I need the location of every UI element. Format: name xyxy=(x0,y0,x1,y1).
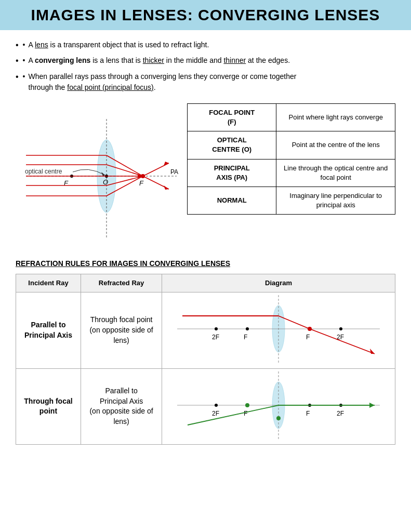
info-def-normal: Imaginary line perpendicular to principa… xyxy=(276,187,395,214)
svg-point-59 xyxy=(276,416,281,420)
page-title: IMAGES IN LENSES: CONVERGING LENSES xyxy=(10,6,401,24)
info-term-focal: FOCAL POINT(F) xyxy=(188,103,276,131)
svg-point-31 xyxy=(215,327,218,330)
svg-point-43 xyxy=(308,327,312,331)
svg-text:F: F xyxy=(306,334,310,341)
svg-text:F: F xyxy=(244,410,247,417)
svg-text:O: O xyxy=(103,178,108,186)
bullet-marker: • xyxy=(23,39,25,50)
svg-text:F: F xyxy=(244,334,247,341)
bullet-item-2: • A converging lens is a lens that is th… xyxy=(16,55,395,66)
bullet-marker: • xyxy=(23,55,25,66)
info-term-normal: NORMAL xyxy=(188,187,276,214)
incident-2: Through focal point xyxy=(16,368,81,445)
diagram-1: 2F F F 2F xyxy=(162,292,395,368)
svg-point-27 xyxy=(141,174,145,178)
header-banner: IMAGES IN LENSES: CONVERGING LENSES xyxy=(0,0,411,30)
info-table: FOCAL POINT(F) Point where light rays co… xyxy=(187,103,395,215)
svg-marker-15 xyxy=(164,185,169,190)
svg-text:F: F xyxy=(139,179,144,187)
diagram-2: 2F F F 2F xyxy=(162,368,395,445)
svg-line-55 xyxy=(188,405,279,425)
col-incident: Incident Ray xyxy=(16,274,81,292)
col-refracted: Refracted Ray xyxy=(81,274,162,292)
svg-point-34 xyxy=(339,327,342,330)
diagram-svg-1: 2F F F 2F xyxy=(167,292,390,365)
svg-point-47 xyxy=(215,404,218,407)
svg-text:PA: PA xyxy=(170,168,178,176)
refraction-header-row: Incident Ray Refracted Ray Diagram xyxy=(16,274,395,292)
svg-text:2F: 2F xyxy=(212,334,219,341)
refraction-section: REFRACTION RULES FOR IMAGES IN CONVERGIN… xyxy=(16,259,395,445)
svg-point-32 xyxy=(246,327,249,330)
bullet-item-1: • A lens is a transparent object that is… xyxy=(16,39,395,51)
svg-marker-58 xyxy=(369,403,375,408)
info-def-focal: Point where light rays converge xyxy=(276,103,395,131)
info-row-optical: OPTICALCENTRE (O) Point at the centre of… xyxy=(188,131,395,159)
refracted-1: Through focal point(on opposite side ofl… xyxy=(81,292,162,368)
bullet-list: • A lens is a transparent object that is… xyxy=(16,39,395,93)
refraction-row-2: Through focal point Parallel toPrincipal… xyxy=(16,368,395,445)
refracted-2: Parallel toPrincipal Axis(on opposite si… xyxy=(81,368,162,445)
lens-diagram: optical centre O F F PA xyxy=(16,103,182,249)
refraction-table: Incident Ray Refracted Ray Diagram Paral… xyxy=(16,274,395,445)
bullet-marker: • xyxy=(23,71,25,82)
info-def-optical: Point at the centre of the lens xyxy=(276,131,395,159)
svg-point-56 xyxy=(245,403,249,407)
svg-marker-42 xyxy=(370,349,375,354)
incident-1: Parallel toPrincipal Axis xyxy=(16,292,81,368)
svg-text:2F: 2F xyxy=(337,410,344,417)
diagram-container: optical centre O F F PA xyxy=(16,103,182,249)
info-term-principal: PRINCIPALAXIS (PA) xyxy=(188,159,276,187)
diagram-svg-2: 2F F F 2F xyxy=(167,369,390,442)
svg-text:optical centre: optical centre xyxy=(25,168,62,175)
svg-text:F: F xyxy=(306,410,310,417)
info-row-normal: NORMAL Imaginary line perpendicular to p… xyxy=(188,187,395,214)
col-diagram: Diagram xyxy=(162,274,395,292)
diagram-section: optical centre O F F PA xyxy=(16,103,395,249)
refraction-row-1: Parallel toPrincipal Axis Through focal … xyxy=(16,292,395,368)
info-row-focal: FOCAL POINT(F) Point where light rays co… xyxy=(188,103,395,131)
info-term-optical: OPTICALCENTRE (O) xyxy=(188,131,276,159)
refraction-title: REFRACTION RULES FOR IMAGES IN CONVERGIN… xyxy=(16,259,395,268)
svg-line-41 xyxy=(310,329,375,354)
info-def-principal: Line through the optical centre and foca… xyxy=(276,159,395,187)
bullet-item-3: • When parallel rays pass through a conv… xyxy=(16,71,395,93)
svg-text:2F: 2F xyxy=(212,410,219,417)
info-row-principal: PRINCIPALAXIS (PA) Line through the opti… xyxy=(188,159,395,187)
